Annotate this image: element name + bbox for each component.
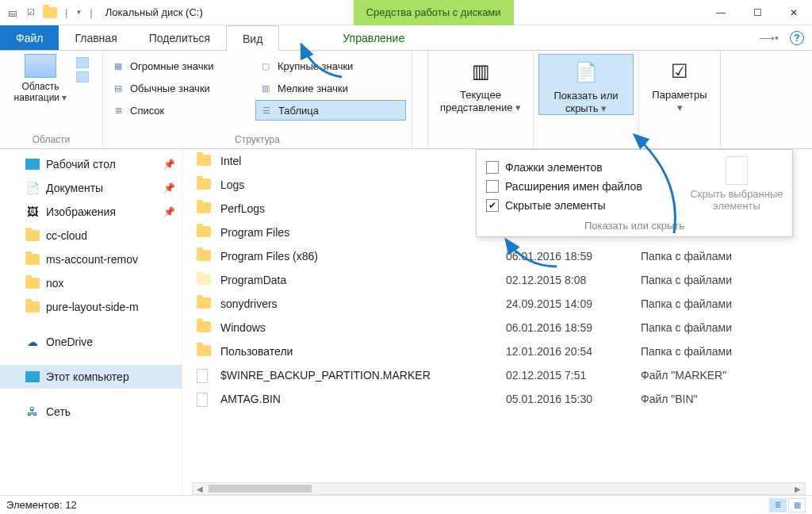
hide-selected-button[interactable]: Скрыть выбранные элементы: [689, 156, 784, 212]
close-button[interactable]: ✕: [776, 0, 812, 25]
tab-home[interactable]: Главная: [59, 25, 132, 50]
content-area: Рабочий стол📌📄Документы📌🖼Изображения📌cc-…: [0, 149, 812, 495]
layout-extra-large[interactable]: ▦Огромные значки: [108, 56, 251, 76]
show-hide-button[interactable]: 📄 Показать или скрыть ▾: [538, 54, 634, 115]
tab-view[interactable]: Вид: [226, 25, 279, 51]
file-date: 05.01.2016 15:30: [506, 393, 641, 405]
folder-icon: [25, 301, 40, 313]
details-pane-icon[interactable]: [76, 71, 89, 82]
scroll-left-icon[interactable]: ◀: [193, 483, 207, 494]
file-icon: [197, 369, 208, 383]
file-row[interactable]: AMTAG.BIN05.01.2016 15:30Файл "BIN": [182, 387, 812, 411]
sidebar-item-label: ms-account-remov: [46, 253, 138, 266]
ribbon-view: Область навигации ▾ Области ▦Огромные зн…: [0, 51, 812, 149]
qat-system-icon[interactable]: 🖴: [5, 6, 19, 20]
collapse-ribbon-icon[interactable]: ⟶•: [759, 32, 779, 44]
folder-icon: [197, 321, 211, 332]
sidebar-item-label: Сеть: [46, 405, 71, 418]
file-name: Logs: [220, 178, 506, 191]
current-view-icon: ▥: [466, 57, 495, 86]
scroll-thumb[interactable]: [209, 485, 312, 493]
maximize-button[interactable]: ☐: [739, 0, 776, 25]
sidebar-item[interactable]: Этот компьютер: [0, 365, 182, 389]
file-date: 24.09.2015 14:09: [506, 297, 641, 310]
sidebar-item[interactable]: Рабочий стол📌: [0, 152, 182, 176]
sidebar-item[interactable]: 🖧Сеть: [0, 400, 182, 424]
sidebar-item[interactable]: ☁OneDrive: [0, 330, 182, 354]
minimize-button[interactable]: —: [703, 0, 739, 25]
file-row[interactable]: sonydrivers24.09.2015 14:09Папка с файла…: [182, 292, 812, 316]
sidebar-item[interactable]: cc-cloud: [0, 224, 182, 247]
options-button[interactable]: ☑ Параметры▾: [644, 54, 715, 113]
file-name: Пользователи: [220, 345, 506, 358]
file-type: Файл "BIN": [641, 393, 812, 405]
status-view-large-icon[interactable]: ▦: [788, 498, 806, 512]
folder-icon: [197, 226, 211, 237]
layout-medium[interactable]: ▤Обычные значки: [108, 78, 251, 98]
navigation-pane-button[interactable]: Область навигации ▾: [5, 54, 76, 104]
scroll-right-icon[interactable]: ▶: [791, 483, 805, 494]
layout-list[interactable]: ≣Список: [108, 100, 251, 121]
desktop-icon: [25, 159, 40, 170]
folder-icon: [197, 202, 211, 213]
sidebar-item-label: Документы: [46, 182, 103, 194]
folder-icon: [197, 155, 211, 166]
pin-icon[interactable]: 📌: [163, 206, 175, 217]
preview-pane-icon[interactable]: [76, 57, 89, 68]
contextual-tab-header: Средства работы с дисками: [354, 0, 514, 25]
file-date: 06.01.2016 18:59: [506, 321, 641, 334]
folder-icon: [197, 345, 211, 356]
sidebar-item-label: Этот компьютер: [46, 370, 129, 383]
sidebar-item[interactable]: 📄Документы📌: [0, 176, 182, 200]
horizontal-scrollbar[interactable]: ◀ ▶: [192, 482, 806, 495]
sidebar-item-label: OneDrive: [46, 336, 93, 348]
file-name: Intel: [220, 155, 506, 167]
status-item-count: Элементов: 12: [6, 499, 77, 511]
navigation-sidebar: Рабочий стол📌📄Документы📌🖼Изображения📌cc-…: [0, 149, 182, 495]
file-row[interactable]: Пользователи12.01.2016 20:54Папка с файл…: [182, 339, 812, 363]
file-list[interactable]: Флажки элементов Расширения имен файлов …: [182, 149, 812, 495]
qat-dropdown-icon[interactable]: ▼: [75, 9, 82, 16]
file-type: Папка с файлами: [641, 345, 812, 358]
sidebar-item-label: cc-cloud: [46, 229, 87, 242]
help-icon[interactable]: ?: [790, 31, 804, 45]
layout-details[interactable]: ☰Таблица: [255, 100, 406, 121]
sidebar-item-label: pure-layout-side-m: [46, 301, 139, 313]
tab-file[interactable]: Файл: [0, 25, 59, 50]
file-name: Program Files (x86): [220, 250, 506, 263]
sidebar-item[interactable]: pure-layout-side-m: [0, 295, 182, 319]
sidebar-item-label: Изображения: [46, 205, 116, 218]
sidebar-item[interactable]: ms-account-remov: [0, 247, 182, 271]
folder-icon: [197, 178, 211, 190]
qat-properties-icon[interactable]: ☑: [24, 6, 38, 20]
file-row[interactable]: Windows06.01.2016 18:59Папка с файлами: [182, 316, 812, 339]
sidebar-item-label: Рабочий стол: [46, 158, 116, 171]
pc-icon: [25, 371, 40, 382]
file-name: Windows: [220, 321, 506, 334]
qat-folder-icon[interactable]: [43, 7, 57, 18]
file-date: 06.01.2016 18:59: [506, 250, 641, 263]
show-hide-icon: 📄: [572, 58, 600, 86]
file-row[interactable]: $WINRE_BACKUP_PARTITION.MARKER02.12.2015…: [182, 363, 812, 387]
file-type: Папка с файлами: [641, 250, 812, 263]
file-name: Program Files: [220, 226, 506, 239]
file-type: Файл "MARKER": [641, 369, 812, 382]
pin-icon[interactable]: 📌: [163, 182, 175, 194]
title-bar: 🖴 ☑ | ▼ | Локальный диск (C:) Средства р…: [0, 0, 812, 25]
folder-icon: [25, 278, 40, 289]
sidebar-item[interactable]: 🖼Изображения📌: [0, 200, 182, 224]
tab-manage[interactable]: Управление: [327, 25, 420, 50]
current-view-button[interactable]: ▥ Текущее представление ▾: [433, 54, 528, 113]
folder-icon: [25, 230, 40, 241]
file-type: Папка с файлами: [641, 297, 812, 310]
status-bar: Элементов: 12 ≣ ▦: [0, 495, 812, 514]
status-view-details-icon[interactable]: ≣: [769, 498, 787, 512]
layout-small[interactable]: ▥Мелкие значки: [255, 78, 406, 98]
sidebar-item[interactable]: nox: [0, 271, 182, 295]
tab-share[interactable]: Поделиться: [133, 25, 226, 50]
file-row[interactable]: ProgramData02.12.2015 8:08Папка с файлам…: [182, 268, 812, 292]
layout-large[interactable]: ▢Крупные значки: [255, 56, 406, 76]
file-row[interactable]: Program Files (x86)06.01.2016 18:59Папка…: [182, 244, 812, 268]
file-date: 02.12.2015 7:51: [506, 369, 641, 382]
pin-icon[interactable]: 📌: [163, 159, 175, 170]
